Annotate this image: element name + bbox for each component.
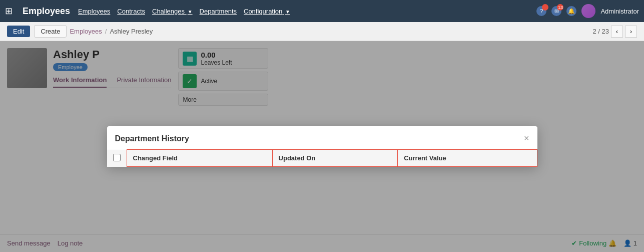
breadcrumb-bar: Edit Create Employees / Ashley Presley 2… <box>0 22 644 41</box>
top-navigation: ⊞ Employees Employees Contracts Challeng… <box>0 0 644 22</box>
nav-challenges[interactable]: Challenges ▼ <box>152 8 193 15</box>
avatar[interactable] <box>581 4 595 18</box>
help-badge <box>542 4 548 11</box>
admin-label: Administrator <box>600 8 639 15</box>
header-checkbox-col <box>107 150 127 167</box>
modal-overlay: Department History × Changed Field <box>0 41 644 252</box>
edit-button[interactable]: Edit <box>7 26 30 37</box>
breadcrumb-current: Ashley Presley <box>110 28 153 35</box>
message-badge: 13 <box>557 4 563 11</box>
breadcrumb-separator: / <box>105 28 107 35</box>
pager-count: 2 / 23 <box>592 28 609 35</box>
department-history-modal: Department History × Changed Field <box>107 126 537 167</box>
modal-close-button[interactable]: × <box>524 133 529 144</box>
top-nav-right: ? ✉13 🔔 Administrator <box>536 4 639 18</box>
table-header-row: Changed Field Updated On Current Value <box>107 150 537 167</box>
message-icon[interactable]: ✉13 <box>551 6 561 16</box>
pager-prev[interactable]: ‹ <box>611 26 623 38</box>
pager-next[interactable]: › <box>625 26 637 38</box>
header-updated-on: Updated On <box>272 150 398 167</box>
modal-body: Changed Field Updated On Current Value <box>107 149 537 167</box>
help-icon[interactable]: ? <box>536 6 546 16</box>
app-title: Employees <box>23 6 70 17</box>
create-button[interactable]: Create <box>34 25 67 38</box>
select-all-checkbox[interactable] <box>113 154 121 161</box>
nav-contracts[interactable]: Contracts <box>117 8 145 15</box>
grid-icon[interactable]: ⊞ <box>5 6 13 17</box>
header-current-value: Current Value <box>398 150 537 167</box>
breadcrumb-actions: Edit Create <box>7 25 67 38</box>
header-changed-field: Changed Field <box>127 150 272 167</box>
pager: 2 / 23 ‹ › <box>592 26 637 38</box>
department-history-table: Changed Field Updated On Current Value <box>107 149 537 167</box>
nav-employees[interactable]: Employees <box>78 8 110 15</box>
nav-departments[interactable]: Departments <box>200 8 237 15</box>
nav-links: Employees Contracts Challenges ▼ Departm… <box>78 8 290 15</box>
nav-configuration[interactable]: Configuration ▼ <box>244 8 290 15</box>
modal-header: Department History × <box>107 126 537 149</box>
modal-title: Department History <box>115 134 189 143</box>
bell-icon[interactable]: 🔔 <box>566 6 576 16</box>
breadcrumb-root[interactable]: Employees <box>70 28 102 35</box>
